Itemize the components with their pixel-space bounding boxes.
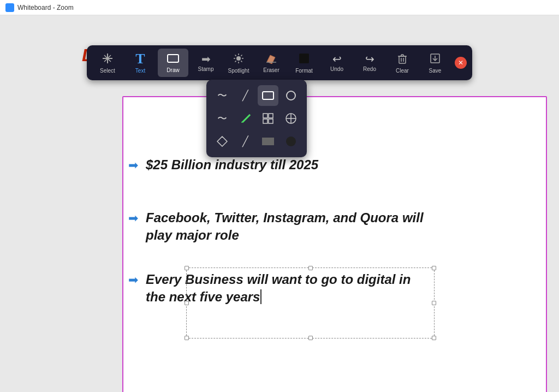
svg-rect-31 <box>269 119 273 123</box>
stamp-icon: ➡ <box>201 54 211 64</box>
undo-icon: ↩ <box>332 54 342 64</box>
submenu-diamond[interactable] <box>212 131 233 152</box>
title-bar: Whiteboard - Zoom <box>0 0 559 15</box>
select-label: Select <box>100 68 115 74</box>
canvas-area: Select T Text Draw ➡ Stamp <box>0 15 559 392</box>
toolbar-stamp[interactable]: ➡ Stamp <box>191 49 221 77</box>
handle-bot-center[interactable] <box>308 336 313 340</box>
toolbar-clear[interactable]: Clear <box>387 49 418 77</box>
format-label: Format <box>295 68 313 74</box>
save-label: Save <box>429 68 442 74</box>
handle-top-left[interactable] <box>185 266 189 270</box>
close-icon: ✕ <box>458 59 463 67</box>
redo-label: Redo <box>363 66 376 72</box>
toolbar: Select T Text Draw ➡ Stamp <box>87 45 472 80</box>
svg-rect-15 <box>299 54 309 63</box>
toolbar-spotlight[interactable]: Spotlight <box>223 49 254 77</box>
undo-label: Undo <box>330 66 343 72</box>
svg-rect-30 <box>263 119 267 123</box>
submenu-circle-outline[interactable] <box>281 85 301 106</box>
toolbar-text[interactable]: T Text <box>125 49 156 77</box>
handle-top-center[interactable] <box>308 266 313 270</box>
select-icon <box>102 52 114 66</box>
submenu-pencil[interactable] <box>235 108 255 129</box>
submenu-circle-filled[interactable] <box>281 131 301 152</box>
submenu-rect-filled[interactable] <box>258 131 278 152</box>
format-icon <box>298 52 310 66</box>
svg-rect-25 <box>263 92 273 99</box>
text-icon: T <box>135 52 145 66</box>
toolbar-save[interactable]: Save <box>420 49 450 77</box>
submenu-arrow-line[interactable]: ╱ <box>235 131 255 152</box>
bullet-text-1: $25 Billion industry till 2025 <box>146 156 318 174</box>
toolbar-format[interactable]: Format <box>289 49 319 77</box>
handle-mid-right[interactable] <box>432 301 436 305</box>
bullet-arrow-2: ➡ <box>128 211 138 225</box>
clear-label: Clear <box>396 68 409 74</box>
toolbar-close-button[interactable]: ✕ <box>455 57 467 69</box>
submenu-grid2[interactable] <box>281 108 301 129</box>
eraser-icon <box>265 53 277 66</box>
bullet-arrow-3: ➡ <box>128 273 138 287</box>
eraser-label: Eraser <box>263 67 279 73</box>
svg-rect-28 <box>263 114 267 118</box>
handle-top-right[interactable] <box>432 266 436 270</box>
svg-rect-29 <box>269 114 273 118</box>
svg-point-26 <box>287 91 295 100</box>
bullet-text-2: Facebook, Twitter, Instagram, and Quora … <box>146 209 439 245</box>
toolbar-select[interactable]: Select <box>92 49 123 77</box>
toolbar-eraser[interactable]: Eraser <box>256 49 287 77</box>
svg-rect-36 <box>262 138 274 145</box>
svg-marker-35 <box>217 136 227 146</box>
handle-bot-right[interactable] <box>432 336 436 340</box>
selected-textbox <box>186 268 435 338</box>
save-icon <box>429 52 441 66</box>
toolbar-draw[interactable]: Draw <box>158 49 188 77</box>
toolbar-undo[interactable]: ↩ Undo <box>322 49 352 77</box>
bullet-item-2: ➡ Facebook, Twitter, Instagram, and Quor… <box>128 209 439 245</box>
submenu-wave1[interactable]: 〜 <box>212 85 233 106</box>
submenu-wave2[interactable]: 〜 <box>212 108 233 129</box>
submenu-grid1[interactable] <box>258 108 278 129</box>
clear-icon <box>396 52 408 66</box>
svg-line-13 <box>235 61 236 62</box>
handle-mid-left[interactable] <box>185 301 189 305</box>
toolbar-redo[interactable]: ↪ Redo <box>354 49 385 77</box>
bullet-item-1: ➡ $25 Billion industry till 2025 <box>128 156 434 174</box>
submenu-line-diagonal[interactable]: ╱ <box>235 85 255 106</box>
svg-rect-4 <box>168 55 179 62</box>
svg-line-12 <box>241 55 242 56</box>
handle-bot-left[interactable] <box>185 336 189 340</box>
draw-label: Draw <box>166 67 179 73</box>
svg-point-5 <box>236 56 241 61</box>
submenu-rect-outline[interactable] <box>258 85 278 106</box>
stamp-label: Stamp <box>198 66 214 72</box>
bullet-arrow-1: ➡ <box>128 158 138 173</box>
svg-rect-16 <box>399 56 406 63</box>
spotlight-icon <box>233 52 245 66</box>
draw-submenu: 〜 ╱ 〜 <box>206 80 307 157</box>
text-label: Text <box>135 68 145 74</box>
svg-line-10 <box>235 55 236 56</box>
draw-icon <box>166 53 180 66</box>
app-title: Whiteboard - Zoom <box>17 4 74 11</box>
zoom-logo-icon <box>5 3 14 12</box>
svg-line-11 <box>241 61 242 62</box>
redo-icon: ↪ <box>365 54 374 64</box>
spotlight-label: Spotlight <box>228 68 249 74</box>
svg-point-37 <box>286 136 296 146</box>
